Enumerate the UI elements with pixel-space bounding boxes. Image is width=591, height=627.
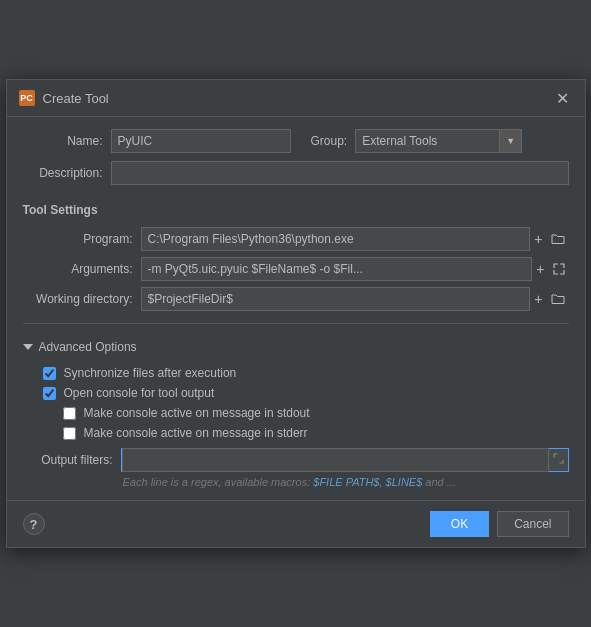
indented-checkboxes: Make console active on message in stdout… xyxy=(43,406,569,440)
program-input-group: + xyxy=(141,227,569,251)
description-input[interactable] xyxy=(111,161,569,185)
working-dir-folder-button[interactable] xyxy=(547,287,569,311)
program-add-button[interactable]: + xyxy=(530,227,546,251)
advanced-options-content: Synchronize files after execution Open c… xyxy=(23,366,569,440)
working-dir-input[interactable] xyxy=(141,287,531,311)
separator xyxy=(23,323,569,324)
group-input[interactable] xyxy=(355,129,500,153)
arguments-label: Arguments: xyxy=(23,262,133,276)
ok-button[interactable]: OK xyxy=(430,511,489,537)
arguments-row: Arguments: + xyxy=(23,257,569,281)
output-expand-icon xyxy=(553,453,564,464)
dialog-body: Name: Group: ▼ Description: Tool Setting… xyxy=(7,117,585,500)
program-label: Program: xyxy=(23,232,133,246)
folder-icon-2 xyxy=(551,293,565,305)
dropdown-arrow-icon: ▼ xyxy=(506,136,515,146)
output-filters-section: Output filters: Each line is a regex, av… xyxy=(23,448,569,488)
output-filters-input-container xyxy=(121,448,569,472)
active-stderr-checkbox[interactable] xyxy=(63,427,76,440)
hint-text: Each line is a regex, available macros: … xyxy=(23,476,569,488)
output-filters-row: Output filters: xyxy=(23,448,569,472)
dialog-title: Create Tool xyxy=(43,91,109,106)
sync-files-label[interactable]: Synchronize files after execution xyxy=(64,366,237,380)
advanced-options-header[interactable]: Advanced Options xyxy=(23,336,569,358)
folder-icon xyxy=(551,233,565,245)
sync-files-checkbox[interactable] xyxy=(43,367,56,380)
title-bar: PC Create Tool ✕ xyxy=(7,80,585,117)
description-row: Description: xyxy=(23,161,569,185)
program-folder-button[interactable] xyxy=(547,227,569,251)
arguments-add-button[interactable]: + xyxy=(532,257,548,281)
arguments-expand-button[interactable] xyxy=(549,257,569,281)
active-stderr-row: Make console active on message in stderr xyxy=(63,426,569,440)
working-dir-input-group: + xyxy=(141,287,569,311)
create-tool-dialog: PC Create Tool ✕ Name: Group: ▼ Descript… xyxy=(6,79,586,548)
advanced-options-label: Advanced Options xyxy=(39,340,137,354)
active-stdout-label[interactable]: Make console active on message in stdout xyxy=(84,406,310,420)
name-group-row: Name: Group: ▼ xyxy=(23,129,569,153)
cancel-button[interactable]: Cancel xyxy=(497,511,568,537)
working-dir-row: Working directory: + xyxy=(23,287,569,311)
group-label: Group: xyxy=(311,134,348,148)
working-dir-label: Working directory: xyxy=(23,292,133,306)
help-button[interactable]: ? xyxy=(23,513,45,535)
title-bar-left: PC Create Tool xyxy=(19,90,109,106)
dialog-footer: ? OK Cancel xyxy=(7,500,585,547)
tool-settings: Program: + Arguments: + xyxy=(23,227,569,311)
group-dropdown-button[interactable]: ▼ xyxy=(500,129,522,153)
collapse-triangle-icon xyxy=(23,344,33,350)
active-stdout-checkbox[interactable] xyxy=(63,407,76,420)
name-input[interactable] xyxy=(111,129,291,153)
open-console-checkbox[interactable] xyxy=(43,387,56,400)
output-expand-button[interactable] xyxy=(549,451,568,469)
arguments-input-group: + xyxy=(141,257,569,281)
footer-buttons: OK Cancel xyxy=(430,511,569,537)
app-icon: PC xyxy=(19,90,35,106)
output-filters-label: Output filters: xyxy=(23,453,113,467)
close-button[interactable]: ✕ xyxy=(553,88,573,108)
open-console-label[interactable]: Open console for tool output xyxy=(64,386,215,400)
arguments-input[interactable] xyxy=(141,257,533,281)
tool-settings-header: Tool Settings xyxy=(23,199,569,219)
program-input[interactable] xyxy=(141,227,531,251)
expand-icon xyxy=(553,263,565,275)
name-label: Name: xyxy=(23,134,103,148)
working-dir-add-button[interactable]: + xyxy=(530,287,546,311)
active-stderr-label[interactable]: Make console active on message in stderr xyxy=(84,426,308,440)
description-label: Description: xyxy=(23,166,103,180)
program-row: Program: + xyxy=(23,227,569,251)
active-stdout-row: Make console active on message in stdout xyxy=(63,406,569,420)
group-select-container: ▼ xyxy=(355,129,522,153)
sync-files-row: Synchronize files after execution xyxy=(43,366,569,380)
open-console-row: Open console for tool output xyxy=(43,386,569,400)
output-filters-input[interactable] xyxy=(122,448,549,472)
